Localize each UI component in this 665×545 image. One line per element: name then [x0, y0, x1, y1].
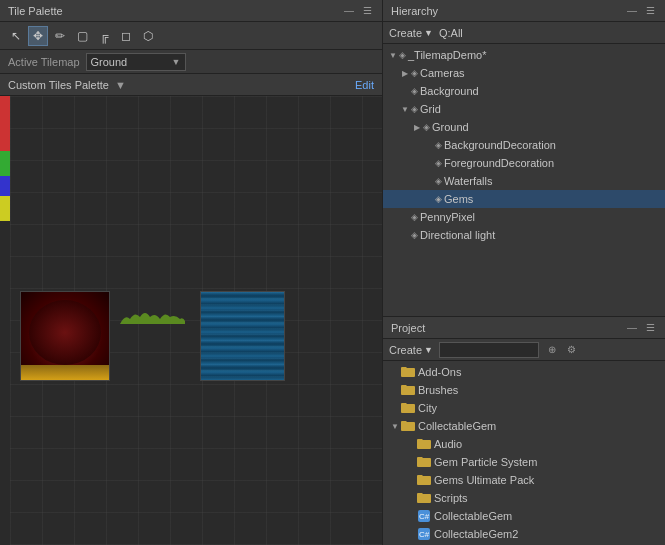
unity-icon-cameras: ◈	[411, 68, 418, 78]
project-item-collectableGem3[interactable]: ▶ C# CollectableGem2	[383, 525, 665, 543]
folder-svg-addons	[401, 366, 415, 377]
tree-item-gems[interactable]: ▶ ◈ Gems	[383, 190, 665, 208]
folder-svg-gemsUltimatePack	[417, 474, 431, 485]
folder-svg-gemParticle	[417, 456, 431, 467]
tilemapDemo-label: _TilemapDemo*	[408, 49, 486, 61]
folder-svg-scripts	[417, 492, 431, 503]
project-search-icon[interactable]: ⊕	[545, 343, 559, 357]
project-item-scripts[interactable]: ▶ Scripts	[383, 489, 665, 507]
audio-label: Audio	[434, 438, 462, 450]
folder-scripts-icon	[417, 492, 431, 505]
brushes-label: Brushes	[418, 384, 458, 396]
project-item-gemsUltimatePack[interactable]: ▶ Gems Ultimate Pack	[383, 471, 665, 489]
folder-addons-icon	[401, 366, 415, 379]
pennyPixel-label: PennyPixel	[420, 211, 475, 223]
directionalLight-label: Directional light	[420, 229, 495, 241]
project-search-input[interactable]	[439, 342, 539, 358]
project-toolbar: Create ▼ ⊕ ⚙	[383, 339, 665, 361]
active-tilemap-dropdown[interactable]: Ground ▼	[86, 53, 186, 71]
asset-collectableGem2-icon: C#	[417, 509, 431, 523]
bgDecoration-label: BackgroundDecoration	[444, 139, 556, 151]
gem2-asset-svg: C#	[417, 527, 431, 541]
hierarchy-lock-icon[interactable]: —	[625, 4, 639, 18]
project-header: Project — ☰	[383, 317, 665, 339]
move-tool[interactable]: ✥	[28, 26, 48, 46]
unity-icon-bgDecoration: ◈	[435, 140, 442, 150]
folder-svg-city	[401, 402, 415, 413]
tile-thumb-red	[20, 291, 110, 381]
grid-label: Grid	[420, 103, 441, 115]
tree-item-fgDecoration[interactable]: ▶ ◈ ForegroundDecoration	[383, 154, 665, 172]
palette-name: Custom Tiles Palette	[8, 79, 109, 91]
active-tilemap-label: Active Tilemap	[8, 56, 80, 68]
palette-edit-button[interactable]: Edit	[355, 79, 374, 91]
svg-text:C#: C#	[419, 530, 430, 539]
tree-item-bgDecoration[interactable]: ▶ ◈ BackgroundDecoration	[383, 136, 665, 154]
unity-icon-tilemapDemo: ◈	[399, 50, 406, 60]
project-lock-icon[interactable]: —	[625, 321, 639, 335]
cursor-tool[interactable]: ↖	[6, 26, 26, 46]
color-strip-empty	[0, 221, 10, 545]
project-settings-icon[interactable]: ⚙	[565, 343, 579, 357]
hierarchy-all-button[interactable]: Q:All	[439, 27, 463, 39]
project-title: Project	[391, 322, 425, 334]
panel-menu-icon[interactable]: ☰	[360, 4, 374, 18]
arrow-ground-icon: ▶	[411, 121, 423, 133]
gemParticle-label: Gem Particle System	[434, 456, 537, 468]
folder-brushes-icon	[401, 384, 415, 397]
city-label: City	[418, 402, 437, 414]
tree-item-background[interactable]: ▶ ◈ Background	[383, 82, 665, 100]
active-tilemap-row: Active Tilemap Ground ▼	[0, 50, 382, 74]
tile-palette-toolbar: ↖ ✥ ✏ ▢ ╔ ◻ ⬡	[0, 22, 382, 50]
tile-palette-header-controls: — ☰	[342, 4, 374, 18]
scripts-label: Scripts	[434, 492, 468, 504]
tree-item-tilemapDemo[interactable]: ▼ ◈ _TilemapDemo*	[383, 46, 665, 64]
project-create-button[interactable]: Create ▼	[389, 344, 433, 356]
erase-tool[interactable]: ◻	[116, 26, 136, 46]
fill-tool[interactable]: ⬡	[138, 26, 158, 46]
gems-label: Gems	[444, 193, 473, 205]
svg-text:C#: C#	[419, 512, 430, 521]
tree-item-ground[interactable]: ▶ ◈ Ground	[383, 118, 665, 136]
arrow-cameras-icon: ▶	[399, 67, 411, 79]
project-create-dropdown-icon: ▼	[424, 345, 433, 355]
tree-item-grid[interactable]: ▼ ◈ Grid	[383, 100, 665, 118]
dropdown-arrow-icon: ▼	[172, 57, 181, 67]
paint-tool[interactable]: ✏	[50, 26, 70, 46]
hierarchy-menu-icon[interactable]: ☰	[643, 4, 657, 18]
unity-icon-pennyPixel: ◈	[411, 212, 418, 222]
pick-tool[interactable]: ╔	[94, 26, 114, 46]
project-item-gemParticle[interactable]: ▶ Gem Particle System	[383, 453, 665, 471]
project-item-brushes[interactable]: ▶ Brushes	[383, 381, 665, 399]
tile-canvas[interactable]	[0, 96, 382, 545]
hierarchy-header: Hierarchy — ☰	[383, 0, 665, 22]
project-item-city[interactable]: ▶ City	[383, 399, 665, 417]
tree-item-directionalLight[interactable]: ▶ ◈ Directional light	[383, 226, 665, 244]
tree-item-pennyPixel[interactable]: ▶ ◈ PennyPixel	[383, 208, 665, 226]
color-strip-yellow	[0, 196, 10, 221]
palette-subheader: Custom Tiles Palette ▼ Edit	[0, 74, 382, 96]
folder-gemParticle-icon	[417, 456, 431, 469]
tree-item-waterfalls[interactable]: ▶ ◈ Waterfalls	[383, 172, 665, 190]
asset-collectableGem3-icon: C#	[417, 527, 431, 541]
project-menu-icon[interactable]: ☰	[643, 321, 657, 335]
tile-palette-header: Tile Palette — ☰	[0, 0, 382, 22]
waterfalls-label: Waterfalls	[444, 175, 493, 187]
rect-tool[interactable]: ▢	[72, 26, 92, 46]
hierarchy-create-button[interactable]: Create ▼	[389, 27, 433, 39]
unity-icon-waterfalls: ◈	[435, 176, 442, 186]
folder-svg-brushes	[401, 384, 415, 395]
gemsUltimatePack-label: Gems Ultimate Pack	[434, 474, 534, 486]
tree-item-cameras[interactable]: ▶ ◈ Cameras	[383, 64, 665, 82]
unity-icon-gems: ◈	[435, 194, 442, 204]
project-create-label: Create	[389, 344, 422, 356]
lock-icon[interactable]: —	[342, 4, 356, 18]
hierarchy-title: Hierarchy	[391, 5, 438, 17]
project-item-addons[interactable]: ▶ Add-Ons	[383, 363, 665, 381]
unity-icon-grid: ◈	[411, 104, 418, 114]
project-item-collectableGem[interactable]: ▼ CollectableGem	[383, 417, 665, 435]
project-item-collectableGem2[interactable]: ▶ C# CollectableGem	[383, 507, 665, 525]
tile-palette-title: Tile Palette	[8, 5, 63, 17]
fgDecoration-label: ForegroundDecoration	[444, 157, 554, 169]
project-item-audio[interactable]: ▶ Audio	[383, 435, 665, 453]
